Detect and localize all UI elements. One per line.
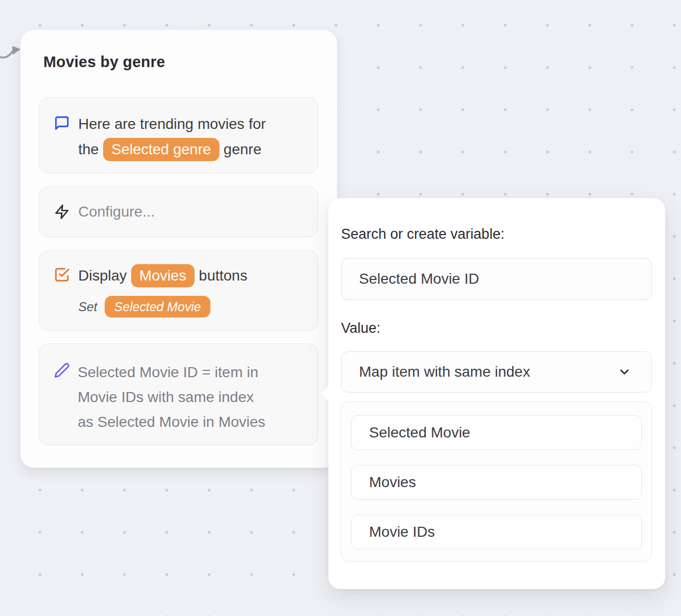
value-mode-select[interactable]: Map item with same index — [341, 351, 652, 393]
variable-chip-selected-movie[interactable]: Selected Movie — [105, 296, 210, 318]
display-text: Display Movies buttons — [78, 264, 247, 288]
search-variable-label: Search or create variable: — [341, 225, 504, 244]
assignment-block[interactable]: Selected Movie ID = item in Movie IDs wi… — [39, 343, 318, 445]
value-label: Value: — [341, 319, 381, 338]
chat-bubble-icon — [54, 115, 70, 131]
assignment-text-line3: as Selected Movie in Movies — [78, 409, 265, 434]
variable-chip-selected-genre[interactable]: Selected genre — [103, 138, 219, 161]
message-text-line2-pre: the — [78, 141, 103, 157]
checkbox-icon — [54, 267, 70, 283]
card-title: Movies by genre — [43, 51, 165, 72]
assignment-text-line2: Movie IDs with same index — [78, 385, 265, 409]
variable-option-movie-ids[interactable]: Movie IDs — [351, 515, 642, 549]
message-text-line1: Here are trending movies for — [78, 116, 266, 132]
set-row: SetSelected Movie — [78, 296, 247, 318]
set-label: Set — [78, 300, 97, 314]
display-block[interactable]: Display Movies buttons SetSelected Movie — [39, 250, 318, 331]
assignment-text-line1: Selected Movie ID = item in — [78, 360, 265, 385]
variable-list: Selected Movie Movies Movie IDs — [341, 402, 652, 562]
variable-option-movies[interactable]: Movies — [351, 465, 642, 500]
node-card-movies-by-genre[interactable]: Movies by genre Here are trending movies… — [20, 30, 337, 468]
message-block[interactable]: Here are trending movies for the Selecte… — [39, 97, 318, 173]
chevron-down-icon — [618, 365, 631, 379]
variable-chip-movies[interactable]: Movies — [131, 264, 195, 287]
assignment-text: Selected Movie ID = item in Movie IDs wi… — [78, 360, 265, 434]
value-mode-selected-option: Map item with same index — [359, 363, 530, 380]
flow-canvas: Movies by genre Here are trending movies… — [0, 0, 681, 616]
configure-block[interactable]: Configure... — [39, 186, 318, 237]
message-text-line2-post: genre — [219, 141, 261, 157]
variable-search-input[interactable] — [341, 258, 652, 300]
lightning-icon — [54, 204, 70, 220]
variable-editor-popup: Search or create variable: Value: Map it… — [328, 198, 665, 589]
configure-label: Configure... — [78, 203, 155, 220]
display-text-pre: Display — [78, 267, 131, 284]
display-text-post: buttons — [195, 267, 247, 284]
message-text: Here are trending movies for the Selecte… — [78, 111, 266, 162]
pencil-icon — [54, 362, 70, 378]
variable-option-selected-movie[interactable]: Selected Movie — [351, 415, 642, 450]
